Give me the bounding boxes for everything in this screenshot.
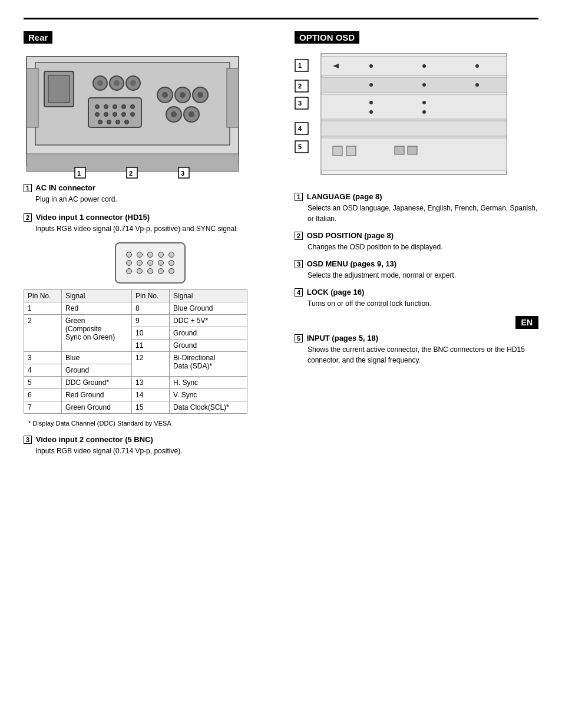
item-2-num: 2 xyxy=(295,232,303,240)
svg-point-13 xyxy=(95,105,100,109)
item-2-title-text: OSD POSITION (page 8) xyxy=(307,231,394,240)
item-4-title: 4 LOCK (page 16) xyxy=(295,288,538,297)
svg-point-32 xyxy=(197,92,203,98)
table-row: 5 DDC Ground* 13 H. Sync xyxy=(24,377,247,389)
svg-rect-65 xyxy=(321,121,507,136)
table-cell: Bi-DirectionalData (SDA)* xyxy=(170,352,247,377)
video1-block: 2 Video input 1 connector (HD15) Inputs … xyxy=(24,213,277,234)
footnote: * Display Data Channel (DDC) Standard by… xyxy=(28,420,277,427)
item-5: 5 INPUT (pages 5, 18) Shows the current … xyxy=(295,334,538,365)
table-cell: H. Sync xyxy=(170,377,247,389)
video2-block: 3 Video input 2 connector (5 BNC) Inputs… xyxy=(24,435,277,456)
svg-rect-58 xyxy=(321,94,507,119)
table-cell: V. Sync xyxy=(170,389,247,401)
table-cell: 8 xyxy=(131,302,169,315)
table-cell: 9 xyxy=(131,315,169,327)
svg-point-20 xyxy=(113,113,117,117)
svg-point-64 xyxy=(422,110,426,114)
table-cell: 7 xyxy=(24,401,62,414)
svg-point-9 xyxy=(114,80,120,86)
osd-diagram: 1 2 3 xyxy=(295,51,513,180)
video1-body: Inputs RGB video signal (0.714 Vp-p, pos… xyxy=(35,223,277,234)
table-cell: Green Ground xyxy=(62,401,132,414)
svg-point-18 xyxy=(95,113,100,117)
video2-num: 3 xyxy=(24,436,32,444)
table-cell: Ground xyxy=(170,327,247,340)
table-cell: 13 xyxy=(131,377,169,389)
video1-title: 2 Video input 1 connector (HD15) xyxy=(24,213,277,222)
svg-text:1: 1 xyxy=(298,62,302,69)
table-cell: DDC Ground* xyxy=(62,377,132,389)
svg-point-19 xyxy=(104,113,108,117)
item-3-title: 3 OSD MENU (pages 9, 13) xyxy=(295,259,538,268)
item-1: 1 LANGUAGE (page 8) Selects an OSD langu… xyxy=(295,192,538,224)
top-border xyxy=(24,18,538,19)
svg-point-26 xyxy=(125,120,129,124)
page-container: Rear xyxy=(0,0,562,488)
item-2-body: Changes the OSD position to be displayed… xyxy=(308,242,538,252)
table-cell: Ground xyxy=(170,340,247,352)
en-badge-container: EN xyxy=(295,316,538,329)
rear-section-header: Rear xyxy=(24,31,52,44)
table-cell: 15 xyxy=(131,401,169,414)
item-5-title: 5 INPUT (pages 5, 18) xyxy=(295,334,538,342)
table-cell: Green(CompositeSync on Green) xyxy=(62,315,132,352)
table-cell: 3 xyxy=(24,352,62,364)
pin xyxy=(158,252,164,258)
svg-point-7 xyxy=(97,80,103,86)
item-1-title-text: LANGUAGE (page 8) xyxy=(307,192,382,201)
table-row: 1 Red 8 Blue Ground xyxy=(24,302,247,315)
pin-table: Pin No. Signal Pin No. Signal 1 Red 8 Bl… xyxy=(24,289,247,414)
svg-text:1: 1 xyxy=(77,170,81,177)
svg-text:2: 2 xyxy=(298,83,302,90)
table-cell: 1 xyxy=(24,302,62,315)
table-cell: 4 xyxy=(24,364,62,377)
video1-title-text: Video input 1 connector (HD15) xyxy=(36,213,150,222)
table-cell: Blue xyxy=(62,352,132,364)
pin xyxy=(126,268,132,274)
pin xyxy=(168,252,174,258)
svg-rect-72 xyxy=(346,146,356,156)
svg-text:4: 4 xyxy=(298,125,302,132)
table-row: 3 Blue 12 Bi-DirectionalData (SDA)* xyxy=(24,352,247,364)
pin-table-header: Signal xyxy=(62,290,132,302)
video1-num: 2 xyxy=(24,213,32,222)
ac-in-title: 1 AC IN connector xyxy=(24,183,277,192)
table-cell: Red xyxy=(62,302,132,315)
pin xyxy=(147,268,153,274)
pin-table-header: Pin No. xyxy=(24,290,62,302)
item-4-num: 4 xyxy=(295,288,303,297)
item-2: 2 OSD POSITION (page 8) Changes the OSD … xyxy=(295,231,538,252)
pin xyxy=(168,260,174,266)
svg-point-63 xyxy=(369,110,373,114)
svg-point-23 xyxy=(98,120,103,124)
hd15-pins xyxy=(115,242,186,284)
table-cell: DDC + 5V* xyxy=(170,315,247,327)
svg-point-36 xyxy=(189,111,194,117)
en-badge: EN xyxy=(515,316,538,329)
rear-diagram: 1 2 3 xyxy=(24,51,247,180)
pin xyxy=(137,252,143,258)
pin-row-2 xyxy=(126,260,174,266)
svg-point-24 xyxy=(107,120,111,124)
ac-in-block: 1 AC IN connector Plug in an AC power co… xyxy=(24,183,277,205)
pin xyxy=(147,260,153,266)
ac-in-title-text: AC IN connector xyxy=(35,183,95,192)
table-row: 6 Red Ground 14 V. Sync xyxy=(24,389,247,401)
table-cell: 11 xyxy=(131,340,169,352)
item-4-body: Turns on or off the control lock functio… xyxy=(308,298,538,309)
svg-text:2: 2 xyxy=(129,170,133,177)
video2-title-text: Video input 2 connector (5 BNC) xyxy=(36,435,153,444)
pin-table-header: Pin No. xyxy=(131,290,169,302)
svg-point-21 xyxy=(122,113,126,117)
main-columns: Rear xyxy=(24,31,538,465)
svg-point-25 xyxy=(116,120,120,124)
item-5-num: 5 xyxy=(295,334,303,342)
svg-point-61 xyxy=(369,101,373,104)
svg-point-55 xyxy=(369,83,373,87)
pin xyxy=(158,260,164,266)
svg-point-57 xyxy=(475,83,479,87)
svg-text:3: 3 xyxy=(181,170,184,177)
pin xyxy=(158,268,164,274)
item-3-num: 3 xyxy=(295,260,303,268)
